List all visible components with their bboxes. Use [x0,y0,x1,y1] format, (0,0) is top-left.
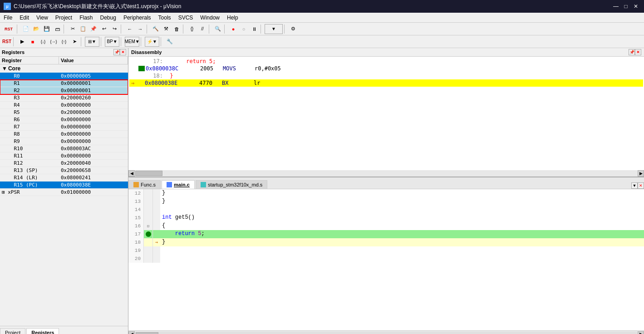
tab-main[interactable]: main.c [162,180,195,189]
view-menu-btn[interactable]: ⊞▼ [85,37,99,47]
indent-btn[interactable]: {} [187,24,197,34]
cut-btn[interactable]: ✂ [68,24,78,34]
reg-row-r12[interactable]: R12 0x20000040 [0,160,128,167]
disasm-hscroll-track[interactable] [135,170,638,177]
menu-tools[interactable]: Tools [155,14,175,22]
run-to-btn[interactable]: ➤ [69,37,79,47]
registers-close-btn[interactable]: ✕ [120,49,126,55]
close-button[interactable]: ✕ [631,2,640,11]
step-out-btn[interactable]: {↑} [59,37,69,47]
rst-button[interactable]: RST [2,24,15,34]
menu-view[interactable]: View [33,14,52,22]
code-panel-dropdown[interactable]: ▼ [631,182,638,189]
save-all-btn[interactable]: 🗃 [52,24,62,34]
code-hscroll-track[interactable] [135,332,637,334]
perf-btn[interactable]: ⚡▼ [145,37,159,47]
maximize-button[interactable]: □ [621,2,630,11]
config-btn[interactable]: ⚙ [288,24,298,34]
bp-gutter-12[interactable] [144,189,153,197]
undo-btn[interactable]: ↩ [99,24,109,34]
bp-gutter-14[interactable] [144,206,153,214]
code-hscroll-thumb[interactable] [136,332,158,334]
disasm-hscroll-thumb[interactable] [135,171,162,176]
reg-row-r0[interactable]: R0 0x00000005 [0,73,128,80]
menu-help[interactable]: Help [223,14,242,22]
debug-start-btn[interactable]: ● [228,24,238,34]
code-hscrollbar[interactable]: ◀ ▶ [128,330,644,334]
copy-btn[interactable]: 📋 [78,24,88,34]
bp-gutter-18[interactable] [144,238,153,246]
tab-startup[interactable]: startup_stm32f10x_md.s [196,180,267,189]
disasm-hscroll-left[interactable]: ◀ [128,170,135,177]
open-btn[interactable]: 📂 [31,24,41,34]
menu-debug[interactable]: Debug [97,14,120,22]
reg-row-r5[interactable]: R5 0x20000000 [0,109,128,116]
disasm-hscroll-right[interactable]: ▶ [638,170,644,177]
redo-btn[interactable]: ↪ [109,24,119,34]
reg-row-r1[interactable]: R1 0x00000001 [0,80,128,87]
tab-registers[interactable]: Registers [26,328,59,334]
menu-window[interactable]: Window [197,14,223,22]
forward-btn[interactable]: → [135,24,145,34]
build-all-btn[interactable]: ⚒ [161,24,171,34]
bp-gutter-16[interactable]: ⊟ [144,222,153,230]
registers-pin-btn[interactable]: 📌 [113,49,120,55]
bp-gutter-13[interactable] [144,197,153,206]
tab-project[interactable]: Project [0,328,25,334]
reg-row-r6[interactable]: R6 0x00000000 [0,116,128,123]
reg-row-xpsr[interactable]: ⊞ xPSR 0x01000000 [0,189,128,196]
tab-funcs[interactable]: Func.s [128,180,161,189]
reg-row-r4[interactable]: R4 0x00000000 [0,102,128,109]
step-into-btn[interactable]: {↓} [38,37,48,47]
bp-gutter-19[interactable] [144,246,153,255]
reg-row-r14[interactable]: R14 (LR) 0x08000241 [0,174,128,182]
breakpoints-btn[interactable]: BP▼ [105,37,119,47]
step-over-btn[interactable]: {→} [49,37,59,47]
disassembly-content[interactable]: 17: return 5; 0x0800038C 2005 MOVS r0,#0… [128,57,644,170]
bp-gutter-20[interactable] [144,255,153,263]
reg-row-r9[interactable]: R9 0x00000000 [0,138,128,145]
menu-svcs[interactable]: SVCS [175,14,197,22]
back-btn[interactable]: ← [125,24,135,34]
debug-reset-btn[interactable]: RST [2,37,12,47]
code-panel-close[interactable]: ✕ [638,182,644,189]
stop-btn[interactable]: ■ [28,37,38,47]
reg-row-r10[interactable]: R10 0x080003AC [0,145,128,152]
reg-row-r3[interactable]: R3 0x20000260 [0,94,128,102]
run-btn[interactable]: ▶ [17,37,27,47]
menu-peripherals[interactable]: Peripherals [120,14,155,22]
reg-row-r11[interactable]: R11 0x00000000 [0,152,128,160]
reg-row-r13[interactable]: R13 (SP) 0x20000658 [0,167,128,174]
menu-project[interactable]: Project [52,14,76,22]
menu-flash[interactable]: Flash [76,14,96,22]
minimize-button[interactable]: — [611,2,620,11]
menu-edit[interactable]: Edit [16,14,33,22]
paste-btn[interactable]: 📌 [88,24,98,34]
clean-btn[interactable]: 🗑 [172,24,182,34]
debug-pause-btn[interactable]: ⏸ [249,24,259,34]
reg-name-r9: R9 [0,138,59,145]
bp-gutter-17[interactable] [144,230,153,238]
settings-btn[interactable]: ▼ [265,24,283,34]
disasm-hscrollbar[interactable]: ◀ ▶ [128,170,644,177]
search-btn[interactable]: 🔍 [213,24,223,34]
code-hscroll-right[interactable]: ▶ [638,331,644,334]
new-file-btn[interactable]: 📄 [21,24,31,34]
build-btn[interactable]: 🔨 [151,24,161,34]
menu-file[interactable]: File [0,14,16,22]
reg-row-r15[interactable]: R15 (PC) 0x0800038E [0,182,128,189]
debug-stop-btn[interactable]: ○ [239,24,249,34]
reg-row-r2[interactable]: R2 0x00000001 [0,87,128,94]
reg-row-r7[interactable]: R7 0x00000000 [0,123,128,131]
code-content[interactable]: 12 } 13 } 14 [128,189,644,330]
memory-btn[interactable]: MEM▼ [125,37,139,47]
bp-gutter-15[interactable] [144,214,153,222]
disasm-close-btn[interactable]: ✕ [635,49,641,55]
save-btn[interactable]: 💾 [42,24,52,34]
reg-row-r8[interactable]: R8 0x00000000 [0,131,128,138]
comment-btn[interactable]: // [197,24,207,34]
code-hscroll-left[interactable]: ◀ [128,331,135,334]
tools-config-btn[interactable]: 🔧 [165,37,175,47]
disasm-pin-btn[interactable]: 📌 [629,49,635,55]
core-section-header[interactable]: ▼ Core [0,64,128,73]
